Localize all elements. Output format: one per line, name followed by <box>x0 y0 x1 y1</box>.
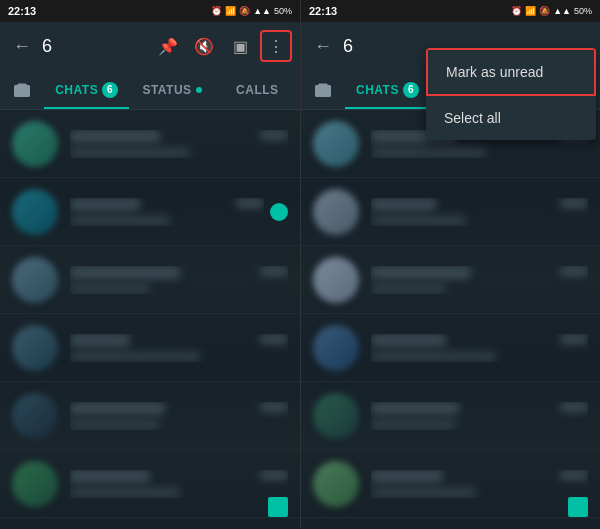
chat-time <box>260 266 288 276</box>
chat-name <box>70 130 160 143</box>
alarm-icon-r: ⏰ <box>511 6 522 16</box>
status-icons-left: ⏰ 📶 🔕 ▲▲ 50% <box>211 6 292 16</box>
chat-bg-right <box>301 110 600 529</box>
chats-badge-left: 6 <box>102 82 118 98</box>
chat-time <box>260 402 288 412</box>
chat-msg <box>70 283 150 294</box>
avatar <box>12 393 58 439</box>
tab-bar-left: CHATS 6 STATUS CALLS <box>0 70 300 110</box>
chat-content <box>371 334 588 362</box>
chat-name <box>70 198 140 211</box>
chat-msg <box>70 351 200 362</box>
dropdown-menu: Mark as unread Select all <box>426 48 596 140</box>
chat-row[interactable] <box>0 314 300 382</box>
sim-icon-r: 📶 <box>525 6 536 16</box>
battery-left: 50% <box>274 6 292 16</box>
sim-icon: 📶 <box>225 6 236 16</box>
wifi-icon-r: ▲▲ <box>553 6 571 16</box>
chat-content <box>70 198 264 226</box>
chat-time <box>560 334 588 344</box>
avatar <box>313 393 359 439</box>
chat-row[interactable] <box>0 382 300 450</box>
chat-row[interactable] <box>0 246 300 314</box>
chat-msg <box>70 215 170 226</box>
chat-msg <box>70 419 160 430</box>
status-bar-left: 22:13 ⏰ 📶 🔕 ▲▲ 50% <box>0 0 300 22</box>
avatar <box>313 121 359 167</box>
avatar <box>12 257 58 303</box>
chat-msg <box>70 487 180 498</box>
chat-row[interactable] <box>0 110 300 178</box>
chat-row[interactable] <box>301 246 600 314</box>
teal-indicator-left <box>268 497 288 517</box>
teal-indicator-right <box>568 497 588 517</box>
action-buttons-left: 📌 🔇 ▣ ⋮ <box>152 30 292 62</box>
more-button[interactable]: ⋮ <box>260 30 292 62</box>
selected-count-left: 6 <box>42 36 146 57</box>
chat-content <box>70 402 288 430</box>
chats-badge-right: 6 <box>403 82 419 98</box>
camera-tab-left[interactable] <box>0 83 44 97</box>
avatar <box>12 461 58 507</box>
chat-msg <box>70 147 190 158</box>
chats-tab-right[interactable]: CHATS 6 <box>345 70 430 109</box>
chat-name <box>70 266 180 279</box>
back-button-right[interactable]: ← <box>309 36 337 57</box>
volume-icon: 🔕 <box>239 6 250 16</box>
chat-time <box>236 198 264 208</box>
chat-bg-left <box>0 110 300 529</box>
avatar <box>12 121 58 167</box>
chat-name <box>70 334 130 347</box>
chat-content <box>371 198 588 226</box>
status-icons-right: ⏰ 📶 🔕 ▲▲ 50% <box>511 6 592 16</box>
chat-name <box>371 470 443 483</box>
chat-content <box>371 470 588 498</box>
chat-list-left <box>0 110 300 529</box>
chat-row[interactable] <box>0 450 300 518</box>
chat-content <box>371 266 588 294</box>
alarm-icon: ⏰ <box>211 6 222 16</box>
right-screen: 22:13 ⏰ 📶 🔕 ▲▲ 50% ← 6 CHATS 6 <box>300 0 600 529</box>
chat-time <box>560 402 588 412</box>
status-tab-left[interactable]: STATUS <box>129 70 214 109</box>
chat-name <box>371 402 459 415</box>
chat-row[interactable] <box>301 178 600 246</box>
chat-time <box>560 266 588 276</box>
mute-button[interactable]: 🔇 <box>188 30 220 62</box>
status-bar-right: 22:13 ⏰ 📶 🔕 ▲▲ 50% <box>301 0 600 22</box>
chat-time <box>560 198 588 208</box>
avatar <box>313 461 359 507</box>
avatar <box>12 325 58 371</box>
chat-time <box>560 470 588 480</box>
chat-name <box>371 266 471 279</box>
select-all-item[interactable]: Select all <box>426 96 596 140</box>
chat-row[interactable] <box>0 178 300 246</box>
avatar <box>313 325 359 371</box>
chat-msg <box>371 487 476 498</box>
chat-content <box>70 266 288 294</box>
chat-name <box>70 402 165 415</box>
status-dot-left <box>196 87 202 93</box>
app-bar-left: ← 6 📌 🔇 ▣ ⋮ <box>0 22 300 70</box>
archive-button[interactable]: ▣ <box>224 30 256 62</box>
back-button-left[interactable]: ← <box>8 36 36 57</box>
chat-row[interactable] <box>301 450 600 518</box>
chat-list-right <box>301 110 600 529</box>
camera-tab-right[interactable] <box>301 83 345 97</box>
avatar <box>12 189 58 235</box>
wifi-icon: ▲▲ <box>253 6 271 16</box>
chat-row[interactable] <box>301 314 600 382</box>
chat-time <box>260 130 288 140</box>
chat-msg <box>371 215 466 226</box>
chat-name <box>70 470 150 483</box>
chat-msg <box>371 351 496 362</box>
chats-tab-left[interactable]: CHATS 6 <box>44 70 129 109</box>
battery-right: 50% <box>574 6 592 16</box>
pin-button[interactable]: 📌 <box>152 30 184 62</box>
mark-as-unread-item[interactable]: Mark as unread <box>426 48 596 96</box>
calls-tab-left[interactable]: CALLS <box>215 70 300 109</box>
chat-row[interactable] <box>301 382 600 450</box>
chat-content <box>70 130 288 158</box>
chat-content <box>371 402 588 430</box>
chat-content <box>70 470 288 498</box>
